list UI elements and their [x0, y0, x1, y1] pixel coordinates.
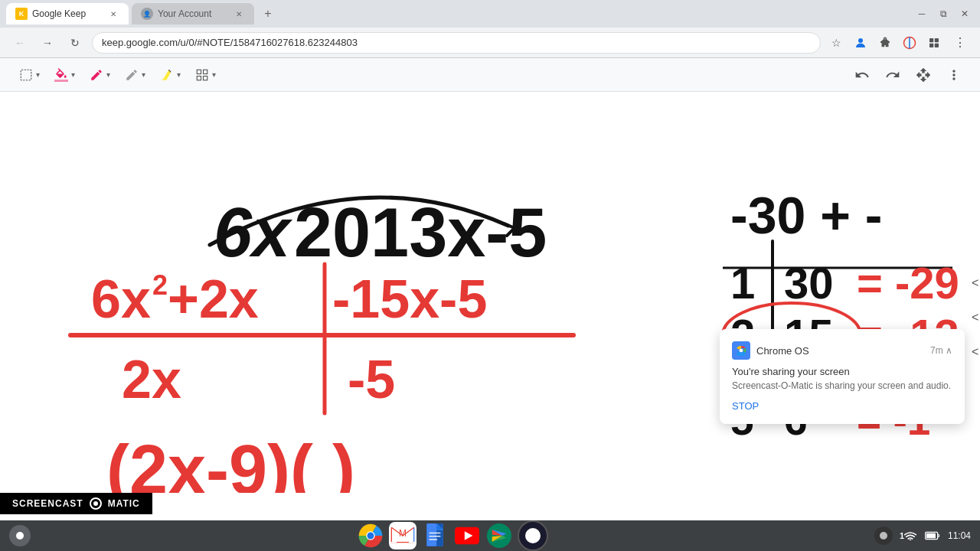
- bookmark-icon[interactable]: ☆: [827, 34, 845, 52]
- profile-icon[interactable]: [851, 34, 870, 52]
- select-icon: [18, 67, 34, 83]
- svg-rect-10: [204, 76, 207, 80]
- chrome-os-icon: [732, 341, 750, 360]
- svg-rect-8: [204, 70, 207, 73]
- pen-chevron: ▾: [106, 70, 110, 79]
- svg-text:<: <: [972, 311, 978, 324]
- svg-point-41: [740, 349, 743, 353]
- fill-chevron: ▾: [71, 70, 75, 79]
- back-button[interactable]: ←: [9, 32, 31, 54]
- browser-addressbar: ← → ↻ keep.google.com/u/0/#NOTE/15847160…: [0, 28, 980, 58]
- handwriting-canvas: 6x 2013x-5 6x 2 +2x -15x-5 2x -5 (2x-9)(…: [0, 92, 980, 493]
- highlighter-icon: [159, 67, 175, 83]
- svg-text:+2x: +2x: [168, 269, 259, 329]
- highlighter-tool[interactable]: ▾: [153, 64, 187, 86]
- highlighter-chevron: ▾: [177, 70, 181, 79]
- tab-your-account-close[interactable]: ✕: [233, 8, 245, 20]
- pencil-chevron: ▾: [142, 70, 145, 79]
- address-bar[interactable]: keep.google.com/u/0/#NOTE/1584716027618.…: [92, 32, 821, 54]
- gmail-app[interactable]: M: [389, 522, 416, 549]
- close-button[interactable]: ✕: [956, 5, 974, 23]
- record-app[interactable]: [518, 520, 548, 551]
- notification-title: You're sharing your screen: [732, 366, 952, 377]
- svg-point-55: [487, 523, 511, 548]
- reload-button[interactable]: ↻: [64, 32, 86, 54]
- pen-icon: [89, 67, 104, 83]
- svg-rect-3: [935, 38, 939, 42]
- browser-menu-button[interactable]: ⋮: [949, 32, 971, 54]
- tab-your-account[interactable]: 👤 Your Account ✕: [132, 3, 254, 24]
- browser-titlebar: K Google Keep ✕ 👤 Your Account ✕ + ─ ⧉ ✕: [0, 0, 980, 28]
- svg-rect-51: [430, 536, 441, 537]
- pencil-tool[interactable]: ▾: [118, 64, 152, 86]
- svg-rect-5: [935, 43, 939, 47]
- notification-header: Chrome OS 7m ∧: [732, 341, 952, 360]
- tab-google-keep-close[interactable]: ✕: [107, 8, 119, 20]
- chrome-settings-icon[interactable]: [900, 34, 919, 52]
- taskbar-right: 1 11:04: [874, 527, 971, 545]
- svg-text:6x: 6x: [91, 269, 151, 329]
- redo-button[interactable]: [879, 64, 906, 86]
- notification-popup: Chrome OS 7m ∧ You're sharing your scree…: [720, 329, 965, 424]
- record-indicator: [874, 527, 893, 545]
- taskbar-time: 11:04: [948, 530, 971, 541]
- screencast-circle-icon: [90, 497, 102, 510]
- maximize-button[interactable]: ⧉: [934, 5, 952, 23]
- screencast-dot: [93, 501, 98, 506]
- svg-rect-7: [197, 70, 201, 73]
- window-controls: ─ ⧉ ✕: [913, 5, 974, 23]
- svg-text:1: 1: [730, 258, 755, 308]
- svg-text:30: 30: [784, 258, 834, 308]
- svg-rect-50: [430, 533, 441, 534]
- expand-icon[interactable]: ∧: [946, 345, 952, 356]
- svg-rect-4: [929, 43, 933, 47]
- chrome-app[interactable]: [357, 522, 384, 549]
- extensions-btn[interactable]: [925, 34, 943, 52]
- screencast-watermark: SCREENCAST MATIC: [0, 493, 152, 514]
- svg-text:6x: 6x: [214, 194, 293, 271]
- address-text: keep.google.com/u/0/#NOTE/1584716027618.…: [102, 37, 358, 48]
- move-button[interactable]: [910, 64, 937, 86]
- notification-app-name: Chrome OS: [756, 345, 809, 357]
- svg-text:-15x-5: -15x-5: [332, 269, 487, 329]
- play-store-app[interactable]: [485, 522, 513, 549]
- extension-icon[interactable]: [876, 34, 894, 52]
- more-options-button[interactable]: [940, 64, 968, 86]
- stop-sharing-button[interactable]: STOP: [732, 400, 952, 412]
- new-tab-button[interactable]: +: [257, 3, 279, 24]
- google-keep-favicon: K: [15, 8, 28, 20]
- svg-text:-30  + -: -30 + -: [730, 186, 882, 244]
- app-toolbar: ▾ ▾ ▾: [0, 58, 980, 92]
- minimize-button[interactable]: ─: [913, 5, 931, 23]
- svg-rect-2: [929, 38, 933, 42]
- screencast-label: SCREENCAST: [12, 498, 83, 509]
- svg-text:= -29: = -29: [857, 258, 959, 308]
- grid-icon: [194, 67, 210, 83]
- svg-text:<: <: [972, 276, 978, 289]
- tab-google-keep[interactable]: K Google Keep ✕: [6, 3, 129, 24]
- docs-app[interactable]: [421, 522, 449, 549]
- fill-tool[interactable]: ▾: [47, 64, 81, 86]
- youtube-app[interactable]: [453, 522, 481, 549]
- battery-icon: [923, 527, 942, 545]
- svg-point-44: [368, 533, 374, 540]
- undo-button[interactable]: [848, 64, 876, 86]
- launcher-button[interactable]: [9, 525, 31, 546]
- pen-tool[interactable]: ▾: [83, 64, 116, 86]
- select-tool[interactable]: ▾: [12, 64, 46, 86]
- canvas-area[interactable]: 6x 2013x-5 6x 2 +2x -15x-5 2x -5 (2x-9)(…: [0, 92, 980, 493]
- svg-text:2x: 2x: [122, 350, 181, 409]
- svg-point-56: [910, 540, 912, 540]
- svg-rect-49: [426, 523, 436, 546]
- matic-label: MATIC: [108, 498, 140, 509]
- grid-tool[interactable]: ▾: [188, 64, 222, 86]
- svg-text:<: <: [972, 345, 978, 358]
- notification-time: 7m ∧: [930, 345, 952, 356]
- taskbar-apps: M: [357, 520, 548, 551]
- svg-rect-9: [197, 76, 201, 80]
- svg-rect-52: [430, 539, 438, 540]
- forward-button[interactable]: →: [37, 32, 58, 54]
- network-icon[interactable]: 1: [899, 527, 917, 545]
- tab-your-account-label: Your Account: [158, 8, 228, 19]
- svg-rect-58: [926, 533, 936, 539]
